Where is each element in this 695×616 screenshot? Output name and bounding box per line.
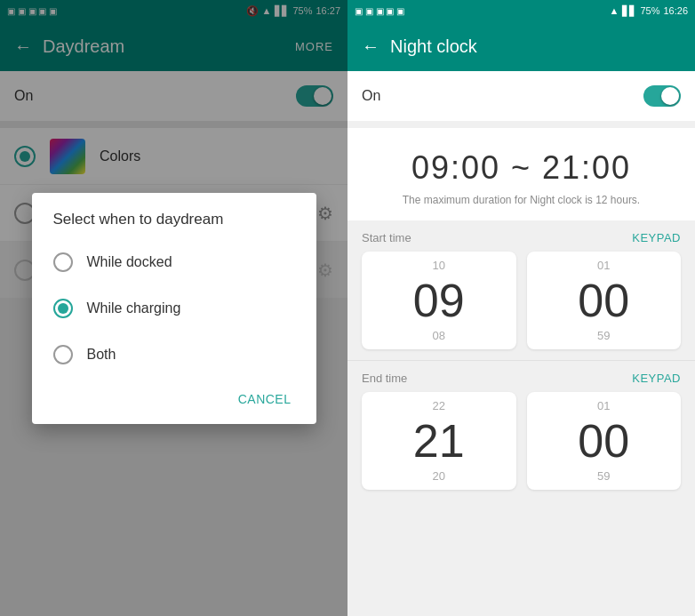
end-hour-current: 21: [413, 418, 465, 464]
end-hour-picker[interactable]: 22 21 20: [362, 392, 516, 490]
start-min-picker[interactable]: 01 00 59: [527, 252, 682, 349]
right-on-row: On: [348, 71, 695, 121]
start-time-label: Start time: [362, 231, 411, 244]
start-time-pickers: 10 09 08 01 00 59: [348, 252, 695, 360]
start-min-next: 59: [597, 329, 610, 342]
right-toolbar: ← Night clock: [348, 21, 695, 71]
left-panel: ▣ ▣ ▣ ▣ ▣ 🔇 ▲ ▋▋ 75% 16:27 ← Daydream MO…: [0, 0, 348, 616]
dialog-option-docked[interactable]: While docked: [32, 239, 316, 285]
right-on-label: On: [362, 88, 380, 104]
start-keypad-button[interactable]: KEYPAD: [632, 231, 681, 244]
right-toolbar-title: Night clock: [390, 36, 477, 57]
start-time-header: Start time KEYPAD: [348, 220, 695, 252]
end-keypad-button[interactable]: KEYPAD: [632, 372, 681, 385]
right-status-bar: ▣ ▣ ▣ ▣ ▣ ▲ ▋▋ 75% 16:26: [348, 0, 695, 21]
right-status-right: ▲ ▋▋ 75% 16:26: [610, 5, 688, 17]
right-content: On 09:00 ~ 21:00 The maximum duration fo…: [348, 71, 695, 616]
right-time-text: 16:26: [663, 5, 688, 16]
right-status-icons: ▣ ▣ ▣ ▣ ▣: [355, 6, 404, 16]
end-min-current: 00: [578, 418, 629, 464]
dialog-option-charging[interactable]: While charging: [32, 285, 316, 332]
dialog-option-both[interactable]: Both: [32, 332, 316, 378]
end-min-prev: 01: [597, 399, 610, 412]
right-on-toggle[interactable]: [643, 85, 681, 107]
end-time-pickers: 22 21 20 01 00 59: [348, 392, 695, 500]
dialog-overlay: Select when to daydream While docked Whi…: [0, 0, 348, 616]
right-signal-icon: ▋▋: [622, 5, 636, 17]
dialog: Select when to daydream While docked Whi…: [32, 193, 316, 424]
start-time-section: Start time KEYPAD 10 09 08 01 00 59: [348, 220, 695, 360]
right-wifi-icon: ▲: [610, 5, 619, 16]
docked-label: While docked: [87, 254, 172, 270]
start-hour-prev: 10: [433, 259, 445, 272]
time-range: 09:00 ~ 21:00: [362, 149, 681, 187]
right-battery-text: 75%: [640, 5, 659, 16]
end-hour-next: 20: [433, 469, 445, 483]
charging-radio[interactable]: [53, 299, 73, 318]
end-hour-prev: 22: [433, 399, 445, 412]
docked-radio[interactable]: [53, 252, 73, 272]
right-toolbar-left: ← Night clock: [362, 36, 477, 57]
end-min-picker[interactable]: 01 00 59: [527, 392, 682, 490]
start-hour-picker[interactable]: 10 09 08: [362, 252, 516, 349]
charging-label: While charging: [87, 300, 181, 316]
start-hour-current: 09: [413, 277, 465, 324]
both-radio[interactable]: [53, 345, 73, 364]
dialog-actions: CANCEL: [32, 378, 316, 424]
end-time-section: End time KEYPAD 22 21 20 01 00 59: [348, 361, 695, 500]
both-label: Both: [87, 347, 116, 363]
start-min-prev: 01: [597, 259, 610, 272]
end-time-label: End time: [362, 372, 407, 385]
start-min-current: 00: [578, 277, 629, 324]
dialog-title: Select when to daydream: [32, 193, 316, 239]
start-hour-next: 08: [433, 329, 445, 342]
right-back-button[interactable]: ←: [362, 36, 379, 57]
end-min-next: 59: [597, 469, 610, 483]
time-display: 09:00 ~ 21:00 The maximum duration for N…: [348, 128, 695, 220]
cancel-button[interactable]: CANCEL: [228, 385, 302, 413]
right-notification-icons: ▣ ▣ ▣ ▣ ▣: [355, 6, 404, 16]
right-panel: ▣ ▣ ▣ ▣ ▣ ▲ ▋▋ 75% 16:26 ← Night clock O…: [348, 0, 695, 616]
time-note: The maximum duration for Night clock is …: [362, 194, 681, 206]
end-time-header: End time KEYPAD: [348, 361, 695, 392]
